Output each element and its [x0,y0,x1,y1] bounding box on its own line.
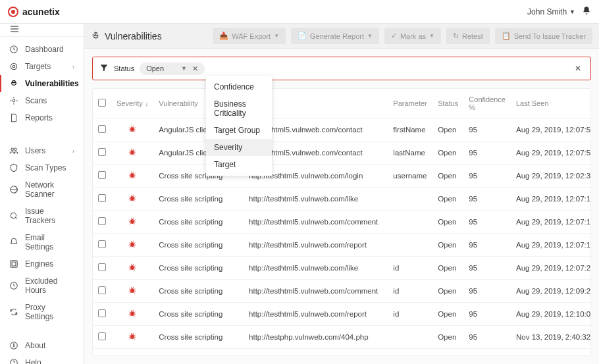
close-icon[interactable]: ✕ [191,65,199,73]
row-checkbox[interactable] [98,332,106,340]
col-status[interactable]: Status [432,89,463,118]
table-row[interactable]: Cross site scripting http://testhtml5.vu… [93,211,591,234]
logo-icon [8,7,18,17]
row-checkbox[interactable] [98,171,106,179]
table-header-row: Severity↓ Vulnerability URL Parameter St… [93,89,591,118]
retest-button[interactable]: ↻Retest [446,28,490,44]
filter-clear-all[interactable]: ✕ [572,61,584,76]
cell-parameter: id [388,280,432,303]
sidebar-item-help[interactable]: Help [0,354,84,364]
cell-parameter: searchFor [388,349,432,357]
severity-high-icon [128,196,137,204]
table-row[interactable]: AngularJS client-side te x://testhtml5.v… [93,142,591,165]
dropdown-item-confidence[interactable]: Confidence [206,78,272,95]
sidebar-item-scans[interactable]: Scans [0,92,84,109]
sidebar-item-targets[interactable]: Targets › [0,58,84,75]
mark-as-button[interactable]: ✓Mark as▼ [384,28,441,44]
reports-icon [9,113,18,122]
row-checkbox[interactable] [98,194,106,202]
table-row[interactable]: Cross site scripting http://testhtml5.vu… [93,280,591,303]
sidebar-item-proxy-settings[interactable]: Proxy Settings [0,299,84,325]
table-row[interactable]: Cross site scripting http://testhtml5.vu… [93,234,591,257]
cell-last-seen: Aug 29, 2019, 12:10:00 PM [511,303,591,326]
filter-status-chip[interactable]: Open ▼ ✕ [140,63,205,75]
sidebar-item-dashboard[interactable]: Dashboard [0,41,84,58]
row-checkbox[interactable] [98,217,106,225]
logo[interactable]: acunetix [8,7,60,17]
about-icon: i [9,341,18,350]
cell-vulnerability: Cross site scripting [153,303,244,326]
table-row[interactable]: Cross site scripting http://testhtml5.vu… [93,303,591,326]
cell-confidence: 95 [463,303,511,326]
sidebar-item-vulnerabilities[interactable]: Vulnerabilities [0,75,84,92]
bell-icon[interactable] [582,6,591,17]
dropdown-item-business-criticality[interactable]: Business Criticality [206,95,272,122]
row-checkbox[interactable] [98,240,106,248]
cell-url: http://testhtml5.vulnweb.com/comment [244,211,388,234]
severity-high-icon [128,219,137,227]
table-row[interactable]: AngularJS client-side te x://testhtml5.v… [93,118,591,142]
col-parameter[interactable]: Parameter [388,89,432,118]
waf-export-button[interactable]: 📥WAF Export▼ [213,28,286,44]
user-menu[interactable]: John Smith ▼ [527,7,575,16]
cell-status: Open [432,165,463,188]
svg-point-16 [11,359,18,364]
col-confidence[interactable]: Confidence % [463,89,511,118]
network-scanner-icon [9,185,18,194]
svg-point-6 [13,99,15,102]
sidebar-item-about[interactable]: i About [0,337,84,354]
row-checkbox[interactable] [98,263,106,271]
filter-icon[interactable] [99,63,109,74]
col-severity[interactable]: Severity↓ [111,89,153,118]
sidebar-item-engines[interactable]: Engines [0,255,84,273]
table-row[interactable]: Cross site scripting http://testhtml5.vu… [93,257,591,280]
sidebar-item-scan-types[interactable]: Scan Types [0,159,84,176]
sidebar-item-label: Engines [25,259,53,269]
cell-confidence: 95 [463,326,511,349]
row-checkbox[interactable] [98,286,106,294]
col-last-seen[interactable]: Last Seen [511,89,591,118]
select-all-checkbox[interactable] [98,99,106,107]
cell-parameter: firstName [388,118,432,142]
svg-point-10 [11,213,16,218]
sidebar-item-label: Scan Types [25,163,66,172]
cell-status: Open [432,326,463,349]
sidebar-item-network-scanner[interactable]: Network Scanner [0,176,84,203]
severity-high-icon [128,311,137,319]
cell-parameter [388,211,432,234]
dropdown-item-severity[interactable]: Severity [206,139,272,156]
cell-last-seen: Nov 13, 2019, 2:40:32 PM [511,326,591,349]
cell-parameter [388,188,432,211]
users-icon [9,146,18,155]
sidebar-item-users[interactable]: Users › [0,142,84,159]
sidebar-item-email-settings[interactable]: Email Settings [0,229,84,255]
vulnerabilities-icon [9,79,18,88]
cell-url: http://testhtml5.vulnweb.com/like [244,257,388,280]
row-checkbox[interactable] [98,148,106,156]
sidebar-item-excluded-hours[interactable]: Excluded Hours [0,273,84,299]
filter-bar: Status Open ▼ ✕ ✕ ConfidenceBusiness Cri… [92,57,591,80]
severity-high-icon [128,173,137,181]
row-checkbox[interactable] [98,125,106,133]
row-checkbox[interactable] [98,355,106,356]
page-title: Vulnerabilities [105,31,162,41]
table-row[interactable]: Cross site scripting http://testhtml5.vu… [93,188,591,211]
table-row[interactable]: Cross site scripting http://testphp.vuln… [93,326,591,349]
sidebar-item-label: Issue Trackers [25,207,74,225]
sidebar-item-reports[interactable]: Reports [0,109,84,126]
send-to-issue-tracker-button[interactable]: 📋Send To Issue Tracker [495,28,592,44]
row-checkbox[interactable] [98,309,106,317]
table-row[interactable]: Cross site scripting http://testphp.vuln… [93,349,591,357]
table-row[interactable]: Cross site scripting http://testhtml5.vu… [93,165,591,188]
dropdown-item-target[interactable]: Target [206,156,272,173]
svg-point-7 [11,148,14,151]
hamburger-icon[interactable] [9,24,20,36]
cell-last-seen: Aug 29, 2019, 12:07:10 PM [511,188,591,211]
svg-point-8 [14,148,16,151]
sidebar-item-issue-trackers[interactable]: Issue Trackers [0,203,84,229]
sidebar-item-label: Users [25,146,45,155]
sidebar: Dashboard Targets › Vulnerabilities Scan… [0,24,84,364]
svg-point-19 [130,173,134,178]
dropdown-item-target-group[interactable]: Target Group [206,122,272,139]
generate-report-button[interactable]: 📄Generate Report▼ [291,28,379,44]
